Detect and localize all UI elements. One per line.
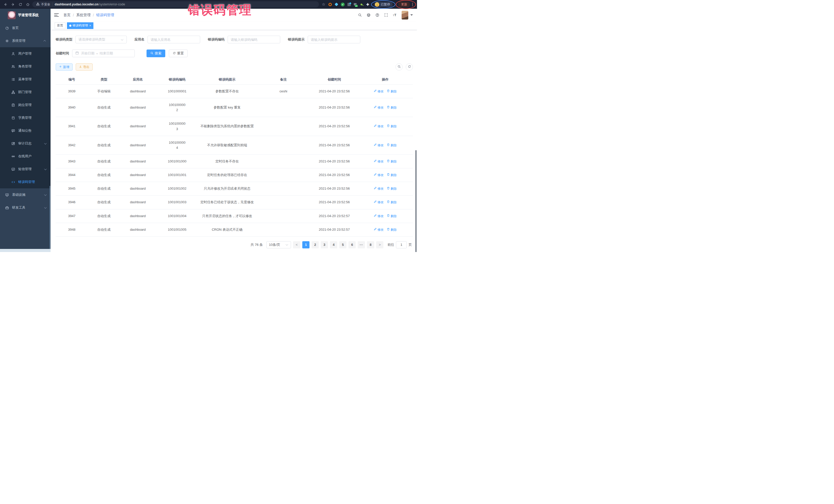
page-button[interactable]: 8 — [367, 241, 374, 248]
delete-link[interactable]: 删除 — [387, 200, 397, 205]
sidebar-item[interactable]: 岗位管理 — [0, 98, 50, 111]
delete-icon — [387, 124, 390, 129]
delete-link[interactable]: 删除 — [387, 173, 397, 178]
delete-link[interactable]: 删除 — [387, 159, 397, 164]
profile-annotated: 已暂停 — [372, 1, 394, 8]
github-icon[interactable] — [367, 13, 371, 17]
page-button[interactable]: 5 — [339, 241, 347, 248]
page-button[interactable]: 4 — [330, 241, 337, 248]
more-pages-button[interactable]: ··· — [358, 241, 365, 248]
key-green-icon[interactable] — [359, 2, 364, 6]
sidebar-item[interactable]: 基础设施 — [0, 188, 50, 201]
forward-icon[interactable] — [11, 3, 15, 6]
show-search-button[interactable] — [395, 63, 403, 70]
tag-close-icon[interactable]: × — [89, 24, 91, 27]
edit-link[interactable]: 修改 — [374, 186, 383, 191]
delete-link[interactable]: 删除 — [387, 186, 397, 191]
orange-ring-icon[interactable] — [328, 2, 332, 6]
reset-button[interactable]: 重置 — [169, 49, 188, 57]
filter-input[interactable] — [151, 38, 197, 42]
page-button[interactable]: 6 — [349, 241, 356, 248]
green-check-icon[interactable]: ✓ — [341, 3, 345, 6]
edit-link[interactable]: 修改 — [374, 143, 383, 148]
address-bar[interactable]: 不安全 dashboard.yudao.iocoder.cn/system/er… — [32, 1, 319, 7]
add-button[interactable]: 新增 — [56, 63, 73, 70]
table-cell: dashboard — [120, 182, 156, 196]
search-icon[interactable] — [358, 13, 362, 17]
browser-update-button[interactable]: 更新 — [398, 2, 410, 7]
adblock-on-icon[interactable]: on — [353, 3, 357, 6]
sidebar-item[interactable]: 部门管理 — [0, 86, 50, 98]
date-range-picker[interactable]: 开始日期 - 结束日期 — [72, 49, 135, 57]
app-logo-row[interactable]: 芋道管理系统 — [0, 9, 50, 22]
filter-select[interactable]: 请选择错误码类型 — [75, 36, 127, 43]
prev-page-button[interactable]: < — [293, 241, 300, 248]
edit-link[interactable]: 修改 — [374, 124, 383, 129]
sidebar-item[interactable]: 错误码管理 — [0, 176, 50, 188]
filter-input[interactable] — [311, 38, 357, 42]
edit-link[interactable]: 修改 — [374, 227, 383, 232]
page-button[interactable]: 2 — [311, 241, 319, 248]
table-cell: 2021-04-20 23:52:56 — [311, 168, 357, 182]
sidebar-item[interactable]: 系统管理 — [0, 35, 50, 47]
hamburger-icon[interactable] — [54, 13, 59, 17]
sidebar-scrollbar[interactable] — [49, 186, 50, 250]
puzzle-icon[interactable]: ✚ — [366, 2, 370, 6]
sidebar-item-label: 用户管理 — [18, 51, 47, 56]
sidebar-item[interactable]: 审计日志 — [0, 137, 50, 150]
page-button[interactable]: 1 — [302, 241, 309, 248]
sidebar-item[interactable]: 用户管理 — [0, 47, 50, 60]
page-button[interactable]: 3 — [321, 241, 328, 248]
sidebar-item[interactable]: 角色管理 — [0, 60, 50, 73]
sidebar-item[interactable]: 通知公告 — [0, 124, 50, 137]
avatar-caret-icon[interactable] — [410, 14, 413, 17]
tag-dot — [69, 25, 71, 27]
page-scrollbar[interactable] — [415, 150, 416, 252]
filter-input[interactable] — [231, 38, 277, 42]
sidebar-item[interactable]: 在线用户 — [0, 150, 50, 163]
browser-profile-chip[interactable]: 已暂停 — [374, 2, 393, 7]
select-placeholder: 请选择错误码类型 — [79, 37, 105, 42]
search-button[interactable]: 搜索 — [147, 49, 165, 57]
sidebar-item[interactable]: 菜单管理 — [0, 73, 50, 86]
home-icon[interactable] — [26, 3, 30, 6]
delete-link[interactable]: 删除 — [387, 105, 397, 110]
bookmark-star-icon[interactable]: ☆ — [322, 2, 326, 6]
export-button[interactable]: 导出 — [76, 63, 93, 70]
edit-link[interactable]: 修改 — [374, 105, 383, 110]
browser-menu-icon[interactable] — [412, 3, 413, 6]
sidebar-item[interactable]: 短信管理 — [0, 163, 50, 176]
user-avatar[interactable] — [402, 11, 408, 20]
next-page-button[interactable]: > — [376, 241, 383, 248]
edit-link[interactable]: 修改 — [374, 200, 383, 205]
edit-link[interactable]: 修改 — [374, 89, 383, 94]
delete-link[interactable]: 删除 — [387, 89, 397, 94]
breadcrumb-separator: / — [73, 13, 74, 17]
goto-page-input[interactable] — [396, 241, 407, 248]
fullscreen-icon[interactable] — [384, 13, 388, 17]
edit-link[interactable]: 修改 — [374, 214, 383, 219]
blue-gem-icon[interactable] — [334, 2, 338, 6]
sidebar-item[interactable]: 首页 — [0, 22, 50, 35]
sidebar-item[interactable]: 字典管理 — [0, 111, 50, 124]
help-icon[interactable] — [375, 13, 379, 17]
sidebar-item[interactable]: 研发工具 — [0, 201, 50, 214]
back-icon[interactable] — [4, 3, 7, 6]
squares-icon[interactable] — [347, 2, 351, 6]
delete-link[interactable]: 删除 — [387, 124, 397, 129]
delete-link[interactable]: 删除 — [387, 227, 397, 232]
tag-item[interactable]: 首页 — [54, 22, 65, 29]
page-size-select[interactable]: 10条/页 — [266, 241, 291, 248]
tag-active[interactable]: 错误码管理× — [67, 22, 93, 29]
breadcrumb-item[interactable]: 系统管理 — [76, 13, 91, 18]
delete-link[interactable]: 删除 — [387, 143, 397, 148]
edit-link[interactable]: 修改 — [374, 159, 383, 164]
refresh-table-button[interactable] — [406, 63, 413, 70]
delete-link[interactable]: 删除 — [387, 214, 397, 219]
table-cell: 2021-04-20 23:52:56 — [311, 196, 357, 209]
reload-icon[interactable] — [19, 3, 22, 6]
edit-link[interactable]: 修改 — [374, 173, 383, 178]
fontsize-icon[interactable]: TT — [393, 13, 397, 17]
breadcrumb-item[interactable]: 首页 — [63, 13, 70, 18]
table-cell: 3947 — [56, 209, 88, 223]
